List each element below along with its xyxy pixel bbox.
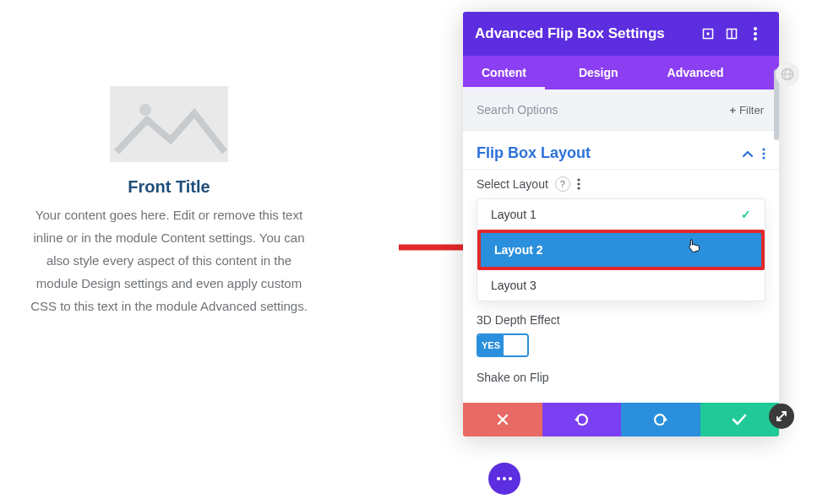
option-kebab-icon[interactable] [577,178,580,190]
redo-button[interactable] [621,403,700,436]
layout-option-2[interactable]: Layout 2 [481,233,761,267]
chevron-up-icon[interactable] [742,147,754,160]
preview-front-title: Front Title [20,177,318,197]
shake-on-flip-label: Shake on Flip [477,371,765,384]
svg-point-11 [762,148,765,150]
layout-option-1-label: Layout 1 [491,208,537,221]
check-icon: ✓ [741,208,751,221]
section-body: Select Layout ? Layout 1 ✓ Layout 2 [463,170,779,403]
layout-option-3[interactable]: Layout 3 [477,270,765,301]
layout-option-2-label: Layout 2 [494,243,543,257]
expand-icon[interactable] [696,22,720,46]
plus-icon: + [730,104,737,117]
redo-icon [653,413,668,426]
section-flipbox-layout: Flip Box Layout [463,131,779,170]
search-row: Search Options + Filter [463,89,779,131]
toggle-knob [504,335,527,355]
svg-point-15 [577,182,580,185]
settings-panel: Advanced Flip Box Settings Content Desig… [463,12,779,436]
svg-point-16 [577,187,580,189]
svg-line-24 [777,412,786,420]
globe-icon[interactable] [776,62,799,86]
svg-point-10 [754,37,757,41]
snap-icon[interactable] [720,22,744,46]
svg-rect-5 [707,33,710,35]
search-input[interactable]: Search Options [473,98,725,122]
svg-point-9 [754,32,757,35]
svg-point-12 [762,152,765,154]
svg-point-8 [754,27,757,30]
resize-handle[interactable] [769,404,794,429]
panel-kebab-icon[interactable] [744,22,767,46]
panel-header[interactable]: Advanced Flip Box Settings [463,12,779,56]
panel-tabs: Content Design Advanced [463,56,779,89]
close-icon [497,414,509,425]
svg-rect-0 [110,86,228,162]
help-icon[interactable]: ? [555,176,570,192]
more-icon [497,477,512,480]
layout-option-3-label: Layout 3 [491,279,537,292]
preview-front-content: Your content goes here. Edit or remove t… [20,203,318,317]
select-layout-row: Select Layout ? [477,176,765,192]
flipbox-preview: Front Title Your content goes here. Edit… [20,76,318,317]
depth-effect-toggle[interactable]: YES [477,333,529,357]
layout-option-1[interactable]: Layout 1 ✓ [477,199,765,230]
select-layout-label: Select Layout [477,177,548,191]
depth-effect-label: 3D Depth Effect [477,313,765,327]
panel-title: Advanced Flip Box Settings [475,25,696,42]
resize-icon [776,410,787,422]
image-placeholder-icon [110,86,228,162]
cancel-button[interactable] [463,403,542,436]
tab-design[interactable]: Design [564,56,634,89]
layout-dropdown[interactable]: Layout 1 ✓ Layout 2 Layout 3 [477,198,765,301]
layout-option-2-wrap[interactable]: Layout 2 [477,230,765,270]
section-kebab-icon[interactable] [762,148,765,160]
section-title[interactable]: Flip Box Layout [477,144,742,162]
svg-point-13 [762,156,765,159]
tab-advanced[interactable]: Advanced [652,56,739,89]
toggle-yes-label: YES [478,335,504,355]
filter-button[interactable]: + Filter [725,100,769,120]
panel-action-bar [463,403,779,436]
filter-label: Filter [739,104,764,117]
svg-point-14 [577,178,580,181]
more-fab[interactable] [488,463,520,495]
svg-point-1 [139,104,151,116]
confirm-button[interactable] [700,403,780,436]
tab-content[interactable]: Content [463,56,545,89]
check-icon [732,414,747,425]
undo-icon [574,413,589,426]
undo-button[interactable] [542,403,622,436]
